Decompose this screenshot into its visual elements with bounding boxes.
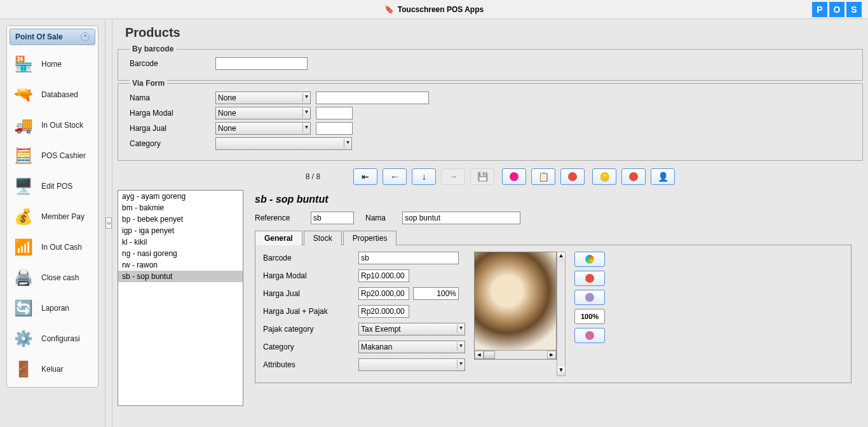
sidebar-item-laporan[interactable]: 🔄Laporan: [10, 293, 95, 323]
f-hmodal-l: Harga Modal: [263, 271, 358, 280]
product-image: ◄ ►: [474, 252, 557, 360]
hscroll-thumb[interactable]: [484, 351, 495, 359]
food-image-icon: [475, 252, 556, 350]
product-list-item[interactable]: ng - nasi goreng: [118, 248, 243, 259]
f-hjual[interactable]: [358, 287, 409, 300]
tab-stock[interactable]: Stock: [304, 231, 342, 245]
ref-input[interactable]: [311, 212, 354, 224]
sidebar-item-label: Configurasi: [41, 334, 80, 343]
new-button[interactable]: 📋: [531, 168, 555, 185]
f-attr-select[interactable]: [358, 358, 465, 371]
sidebar-item-label: Databased: [41, 90, 78, 99]
f-cat-l: Category: [263, 342, 358, 351]
tab-general[interactable]: General: [255, 231, 302, 245]
image-hscroll[interactable]: ◄ ►: [475, 350, 556, 359]
menu-icon: 🚪: [11, 358, 36, 381]
image-vscroll[interactable]: ▲ ▼: [557, 252, 566, 376]
save-button: 💾: [470, 168, 494, 185]
hmodal-input[interactable]: [316, 107, 353, 119]
first-button[interactable]: ⇤: [353, 168, 377, 185]
hjual-label: Harga Jual: [130, 124, 215, 133]
sidebar-item-label: Laporan: [41, 304, 69, 313]
barcode-fieldset: By barcode Barcode: [118, 49, 863, 81]
sidebar-item-in-out-stock[interactable]: 🚚In Out Stock: [10, 110, 95, 140]
f-hjualp-l: Harga Jual + Pajak: [263, 307, 358, 316]
menu-icon: 💰: [11, 205, 36, 228]
product-list-item[interactable]: igp - iga penyet: [118, 225, 243, 236]
product-list[interactable]: ayg - ayam gorengbm - bakmiebp - bebek p…: [118, 190, 243, 406]
delete-button[interactable]: [621, 168, 646, 185]
product-list-item[interactable]: bp - bebek penyet: [118, 214, 243, 225]
splitter[interactable]: ⇔: [105, 19, 112, 427]
barcode-input[interactable]: [215, 57, 308, 70]
tab-properties[interactable]: Properties: [343, 231, 397, 245]
f-hmodal[interactable]: [358, 269, 409, 282]
sidebar-header[interactable]: Point Of Sale ⌃: [10, 29, 95, 45]
detail-title: sb - sop buntut: [255, 190, 851, 212]
collapse-icon[interactable]: ⌃: [81, 32, 90, 41]
user-button[interactable]: 👤: [651, 168, 675, 185]
sidebar-item-configurasi[interactable]: ⚙️Configurasi: [10, 323, 95, 354]
nama-op-select[interactable]: None: [215, 92, 311, 104]
hjual-input[interactable]: [316, 122, 353, 135]
cancel-button[interactable]: [502, 168, 526, 185]
scroll-down-icon[interactable]: ▼: [557, 367, 565, 376]
sidebar-item-edit-pos[interactable]: 🖥️Edit POS: [10, 171, 95, 201]
img-find-button[interactable]: [574, 252, 605, 267]
product-list-item[interactable]: bm - bakmie: [118, 202, 243, 214]
f-barcode[interactable]: [358, 252, 459, 264]
sidebar-item-label: In Out Cash: [41, 243, 82, 252]
product-list-item[interactable]: sb - sop buntut: [118, 271, 243, 282]
app-title: Toucschreen POS Apps: [398, 5, 484, 14]
nama-detail-input[interactable]: [402, 212, 520, 224]
product-list-item[interactable]: ayg - ayam goreng: [118, 191, 243, 202]
scroll-left-icon[interactable]: ◄: [475, 351, 484, 359]
f-hjual-pct[interactable]: [413, 287, 459, 300]
img-fit-button[interactable]: [574, 328, 605, 343]
coin-button[interactable]: 🪙: [592, 168, 616, 185]
menu-icon: 🖨️: [11, 266, 36, 289]
form-fieldset: Via Form Nama None Harga Modal None Harg…: [118, 83, 863, 161]
sidebar-item-databased[interactable]: 🔫Databased: [10, 79, 95, 110]
nama-label: Nama: [130, 93, 215, 102]
product-list-item[interactable]: rw - rawon: [118, 259, 243, 271]
sidebar-item-pos-cashier[interactable]: 🧮POS Cashier: [10, 140, 95, 171]
cat-select[interactable]: [215, 137, 352, 150]
prev-button[interactable]: ←: [383, 168, 407, 185]
link-button[interactable]: [560, 168, 585, 185]
tab-panel-general: Barcode Harga Modal Harga Jual: [255, 245, 851, 383]
splitter-handle-icon[interactable]: ⇔: [105, 217, 112, 229]
menu-icon: ⚙️: [11, 327, 36, 350]
sidebar-item-home[interactable]: 🏪Home: [10, 49, 95, 79]
scroll-up-icon[interactable]: ▲: [557, 252, 565, 261]
sidebar-item-label: Home: [41, 60, 62, 69]
sidebar-item-close-cash[interactable]: 🖨️Close cash: [10, 262, 95, 293]
f-pajak-select[interactable]: Tax Exempt: [358, 323, 465, 336]
ref-label: Reference: [255, 214, 299, 222]
sidebar-item-member-pay[interactable]: 💰Member Pay: [10, 201, 95, 232]
img-100-button[interactable]: 100%: [574, 309, 605, 324]
f-hjualp[interactable]: [358, 305, 409, 318]
hmodal-op-select[interactable]: None: [215, 107, 311, 119]
img-delete-button[interactable]: [574, 271, 605, 286]
f-cat-select[interactable]: Makanan: [358, 341, 465, 353]
badge-s: S: [846, 2, 862, 17]
sidebar-item-label: Keluar: [41, 365, 64, 374]
barcode-scanner-icon: 🔖: [384, 5, 394, 14]
pos-badges: P O S: [812, 2, 862, 17]
scroll-right-icon[interactable]: ►: [547, 351, 556, 359]
product-detail: sb - sop buntut Reference Nama General S…: [243, 190, 863, 406]
tabs: General Stock Properties: [255, 231, 851, 245]
down-button[interactable]: ↓: [412, 168, 436, 185]
nama-detail-label: Nama: [365, 214, 391, 222]
nama-input[interactable]: [316, 92, 429, 104]
product-list-item[interactable]: kl - kikil: [118, 236, 243, 248]
sidebar-item-in-out-cash[interactable]: 📶In Out Cash: [10, 232, 95, 262]
sidebar-item-label: Member Pay: [41, 212, 85, 221]
sidebar-item-label: Edit POS: [41, 182, 72, 191]
img-zoom-button[interactable]: [574, 290, 605, 305]
sidebar-item-keluar[interactable]: 🚪Keluar: [10, 354, 95, 384]
barcode-label: Barcode: [130, 59, 215, 68]
f-hjual-l: Harga Jual: [263, 289, 358, 298]
hjual-op-select[interactable]: None: [215, 122, 311, 135]
